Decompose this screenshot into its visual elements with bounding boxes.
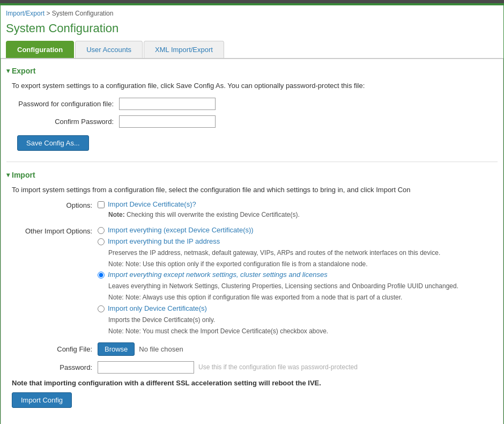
radio-3-note-1: Leaves everything in Network Settings, C… — [108, 282, 498, 291]
radio-2-note-2-text: Note: Note: Use this option only if the … — [108, 260, 498, 269]
export-section-label: Export — [12, 67, 35, 75]
import-password-hint: Use this if the configuration file was p… — [198, 363, 358, 371]
radio-2-note-2: Note: Note: Use this option only if the … — [108, 260, 498, 269]
tab-configuration[interactable]: Configuration — [6, 41, 74, 58]
radio-label-1: Import everything (except Device Certifi… — [108, 226, 254, 234]
import-options-content: Import Device Certificate(s)? Note: Chec… — [98, 200, 498, 222]
content-area: Export To export system settings to a co… — [1, 59, 503, 424]
export-section-body: To export system settings to a configura… — [6, 81, 498, 151]
import-warning-note: Note that importing configuration with a… — [12, 379, 498, 387]
browse-button[interactable]: Browse — [98, 342, 135, 356]
import-btn-row: Import Config — [12, 392, 498, 408]
import-section: Import To import system settings from a … — [6, 171, 498, 408]
export-password-input[interactable] — [119, 98, 216, 110]
import-config-button[interactable]: Import Config — [12, 392, 72, 408]
import-password-label: Password: — [12, 363, 98, 371]
export-password-label: Password for configuration file: — [12, 100, 119, 108]
page-title: System Configuration — [1, 19, 503, 41]
import-password-row: Password: Use this if the configuration … — [12, 361, 498, 374]
import-device-cert-label: Import Device Certificate(s)? — [108, 200, 196, 208]
import-device-cert-note: Note: Checking this will overwrite the e… — [108, 210, 498, 220]
import-device-cert-row: Options: Import Device Certificate(s)? N… — [12, 200, 498, 222]
other-import-options-row: Other Import Options: Import everything … — [12, 226, 498, 338]
export-description: To export system settings to a configura… — [12, 81, 498, 91]
breadcrumb: Import/Export > System Configuration — [1, 5, 503, 19]
export-confirm-row: Confirm Password: — [12, 115, 498, 128]
export-confirm-label: Confirm Password: — [12, 118, 119, 126]
section-divider — [6, 162, 498, 162]
radio-input-4[interactable] — [98, 305, 105, 312]
import-password-input[interactable] — [98, 361, 194, 374]
other-import-content: Import everything (except Device Certifi… — [98, 226, 498, 338]
import-options-label: Options: — [12, 200, 98, 209]
breadcrumb-separator: > — [46, 10, 51, 17]
radio-4-note-2-text: Note: Note: You must check the Import De… — [108, 327, 498, 336]
breadcrumb-current: System Configuration — [52, 10, 114, 17]
save-btn-row: Save Config As... — [12, 135, 498, 151]
radio-2-note-1: Preserves the IP address, netmask, defau… — [108, 248, 498, 258]
radio-label-3: Import everything except network setting… — [108, 271, 328, 279]
radio-option-1: Import everything (except Device Certifi… — [98, 226, 498, 234]
export-section-header[interactable]: Export — [6, 67, 498, 75]
radio-input-3[interactable] — [98, 272, 105, 279]
import-device-cert-checkbox[interactable] — [98, 201, 105, 208]
radio-4-note-1: Imports the Device Certificate(s) only. — [108, 316, 498, 325]
radio-3-note-2: Note: Note: Always use this option if co… — [108, 293, 498, 302]
radio-4-note-2: Note: Note: You must check the Import De… — [108, 327, 498, 336]
radio-input-2[interactable] — [98, 238, 105, 245]
export-section: Export To export system settings to a co… — [6, 67, 498, 151]
radio-label-4: Import only Device Certificate(s) — [108, 304, 207, 312]
radio-2-note-1-text: Preserves the IP address, netmask, defau… — [108, 248, 498, 258]
export-password-row: Password for configuration file: — [12, 98, 498, 110]
import-device-cert-checkbox-row: Import Device Certificate(s)? — [98, 200, 498, 208]
radio-3-note-1-text: Leaves everything in Network Settings, C… — [108, 282, 498, 291]
import-description: To import system settings from a configu… — [12, 185, 498, 195]
tab-user-accounts[interactable]: User Accounts — [75, 41, 143, 58]
radio-option-3: Import everything except network setting… — [98, 271, 498, 279]
export-confirm-input[interactable] — [119, 115, 216, 128]
radio-3-note-2-text: Note: Note: Always use this option if co… — [108, 293, 498, 302]
config-file-label: Config File: — [12, 345, 98, 353]
tab-xml-import-export[interactable]: XML Import/Export — [144, 41, 224, 58]
import-section-header[interactable]: Import — [6, 171, 498, 179]
tabs: Configuration User Accounts XML Import/E… — [1, 41, 503, 59]
radio-4-note-1-text: Imports the Device Certificate(s) only. — [108, 316, 498, 325]
radio-option-2: Import everything but the IP address — [98, 237, 498, 245]
config-file-row: Config File: Browse No file chosen — [12, 342, 498, 356]
radio-option-4: Import only Device Certificate(s) — [98, 304, 498, 312]
import-section-body: To import system settings from a configu… — [6, 185, 498, 408]
radio-input-1[interactable] — [98, 227, 105, 234]
save-config-button[interactable]: Save Config As... — [17, 135, 89, 151]
other-import-label: Other Import Options: — [12, 226, 98, 235]
radio-label-2: Import everything but the IP address — [108, 237, 220, 245]
no-file-text: No file chosen — [139, 345, 183, 353]
breadcrumb-link[interactable]: Import/Export — [6, 10, 45, 17]
import-section-label: Import — [12, 171, 35, 179]
